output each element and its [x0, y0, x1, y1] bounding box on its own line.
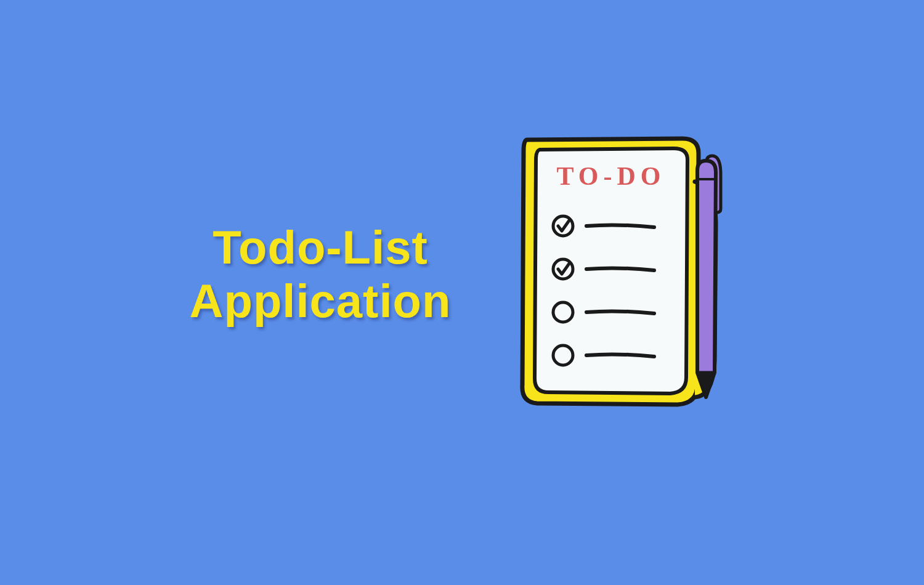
notepad-illustration: TO-DO	[513, 126, 734, 422]
title-line-2: Application	[190, 274, 452, 328]
notepad-header-text: TO-DO	[557, 162, 666, 190]
hero-container: Todo-List Application TO-DO	[190, 126, 735, 422]
title-line-1: Todo-List	[190, 220, 452, 274]
main-title: Todo-List Application	[190, 220, 452, 328]
notepad-icon: TO-DO	[513, 126, 734, 422]
